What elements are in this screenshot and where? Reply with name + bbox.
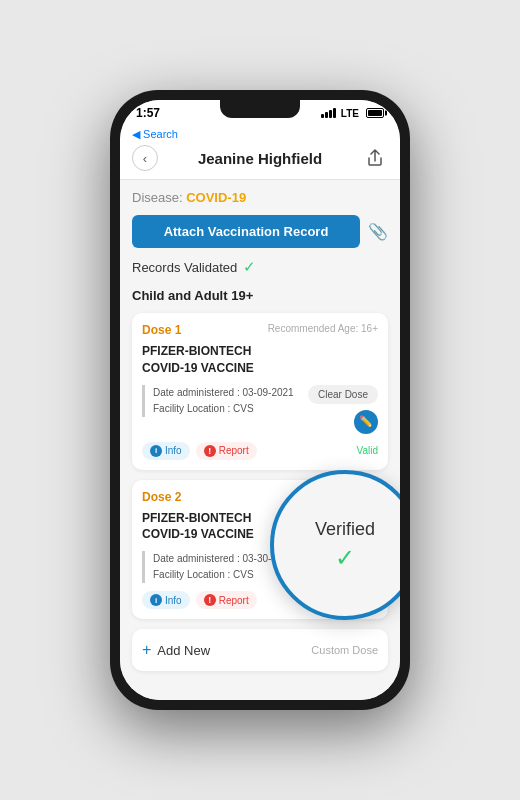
- validated-label: Records Validated: [132, 260, 237, 275]
- dose-2-card: Dose 2 Recom... PFIZER-BIONTECHCOVID-19 …: [132, 480, 388, 620]
- nav-title-row: ‹ Jeanine Highfield: [132, 145, 388, 171]
- battery-icon: [366, 108, 384, 118]
- content-area: Disease: COVID-19 Attach Vaccination Rec…: [120, 180, 400, 700]
- dose-2-info-label: Info: [165, 595, 182, 606]
- plus-icon: +: [142, 641, 151, 659]
- edit-dose-1-button[interactable]: ✏️: [354, 410, 378, 434]
- dose-2-title: Dose 2: [142, 490, 181, 504]
- status-icons: LTE: [321, 108, 384, 119]
- page-title: Jeanine Highfield: [198, 150, 322, 167]
- back-button[interactable]: ‹: [132, 145, 158, 171]
- dose-2-report-label: Report: [219, 595, 249, 606]
- dose-1-vaccine-name: PFIZER-BIONTECHCOVID-19 VACCINE: [142, 343, 378, 377]
- dose-2-info-button[interactable]: i Info: [142, 591, 190, 609]
- dose-1-details: Date administered : 03-09-2021 Facility …: [142, 385, 308, 417]
- dose-2-info-circle-icon: i: [150, 594, 162, 606]
- dose-1-report-label: Report: [219, 445, 249, 456]
- dose-1-info-label: Info: [165, 445, 182, 456]
- dose-1-report-button[interactable]: ! Report: [196, 442, 257, 460]
- nav-header: ◀ Search ‹ Jeanine Highfield: [120, 124, 400, 180]
- phone-shell: 1:57 LTE ◀ Search ‹ Jeanine Highfield: [110, 90, 410, 710]
- attach-row: Attach Vaccination Record 📎: [132, 215, 388, 248]
- dose-2-report-button[interactable]: ! Report: [196, 591, 257, 609]
- dose-1-date: Date administered : 03-09-2021: [153, 385, 308, 401]
- signal-bars-icon: [321, 108, 336, 118]
- disease-row: Disease: COVID-19: [132, 190, 388, 205]
- dose-1-header: Dose 1 Recommended Age: 16+: [142, 323, 378, 337]
- dose-1-actions: i Info ! Report Valid: [142, 442, 378, 460]
- notch: [220, 100, 300, 118]
- dose-1-recommended-age: Recommended Age: 16+: [268, 323, 378, 334]
- dose-1-valid-badge: Valid: [357, 445, 379, 456]
- validated-check-icon: ✓: [243, 258, 256, 276]
- verified-check-icon: ✓: [335, 544, 355, 572]
- dose-1-info-button[interactable]: i Info: [142, 442, 190, 460]
- dose-2-warn-circle-icon: !: [204, 594, 216, 606]
- disease-label: Disease:: [132, 190, 183, 205]
- lte-icon: LTE: [341, 108, 359, 119]
- add-new-left: + Add New: [142, 641, 210, 659]
- info-circle-icon: i: [150, 445, 162, 457]
- warn-circle-icon: !: [204, 445, 216, 457]
- status-time: 1:57: [136, 106, 160, 120]
- share-button[interactable]: [362, 145, 388, 171]
- phone-screen: 1:57 LTE ◀ Search ‹ Jeanine Highfield: [120, 100, 400, 700]
- add-new-label: Add New: [157, 643, 210, 658]
- disease-value: COVID-19: [186, 190, 246, 205]
- nav-back[interactable]: ◀ Search: [132, 128, 388, 141]
- attach-vaccination-button[interactable]: Attach Vaccination Record: [132, 215, 360, 248]
- dose-1-card: Dose 1 Recommended Age: 16+ PFIZER-BIONT…: [132, 313, 388, 470]
- verified-text: Verified: [315, 519, 375, 540]
- clear-dose-1-button[interactable]: Clear Dose: [308, 385, 378, 404]
- dose-1-info-row: Date administered : 03-09-2021 Facility …: [142, 385, 378, 434]
- dose-1-facility: Facility Location : CVS: [153, 401, 308, 417]
- validated-row: Records Validated ✓: [132, 258, 388, 276]
- paperclip-icon[interactable]: 📎: [368, 222, 388, 241]
- add-new-row[interactable]: + Add New Custom Dose: [132, 629, 388, 671]
- share-icon: [367, 149, 383, 167]
- custom-dose-label: Custom Dose: [311, 644, 378, 656]
- section-title: Child and Adult 19+: [132, 288, 388, 303]
- dose-1-title: Dose 1: [142, 323, 181, 337]
